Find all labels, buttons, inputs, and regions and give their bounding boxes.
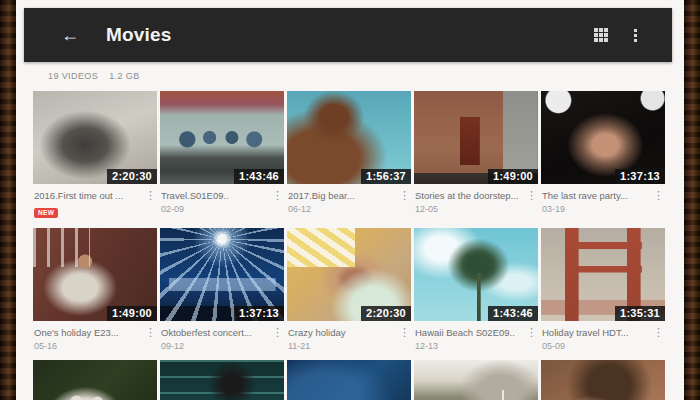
back-icon[interactable]: ← (58, 26, 82, 44)
video-thumbnail[interactable] (414, 360, 538, 400)
video-grid: 2:20:30 2016.First time out ... NEW ⋮ 1:… (33, 91, 667, 400)
overflow-menu-icon[interactable] (628, 29, 642, 42)
video-title: Hawaii Beach S02E09.. (415, 327, 526, 338)
folder-stats: 19 VIDEOS 1.2 GB (33, 71, 667, 81)
duration-badge: 1:43:46 (234, 169, 284, 184)
video-caption: 2017.Big bear... 06-12 ⋮ (287, 184, 411, 223)
video-caption: Oktoberfest concert... 09-12 ⋮ (160, 321, 284, 360)
video-title: Oktoberfest concert... (161, 327, 272, 338)
video-card[interactable]: 1:49:00 One's holiday E23... 05-16 ⋮ (33, 228, 157, 360)
duration-badge: 1:37:13 (615, 169, 665, 184)
item-menu-icon[interactable]: ⋮ (526, 190, 536, 201)
video-caption: The last rave party... 03-19 ⋮ (541, 184, 665, 223)
video-thumbnail[interactable] (160, 360, 284, 400)
video-thumbnail[interactable] (33, 360, 157, 400)
video-date: 05-16 (34, 341, 145, 351)
item-menu-icon[interactable]: ⋮ (272, 190, 282, 201)
video-thumbnail[interactable]: 1:43:46 (414, 228, 538, 321)
video-card[interactable]: 1:43:46 Travel.S01E09.. 02-09 ⋮ (160, 91, 284, 228)
duration-badge: 2:20:30 (107, 169, 157, 184)
video-date: 12-13 (415, 341, 526, 351)
duration-badge: 2:20:30 (361, 306, 411, 321)
video-caption: One's holiday E23... 05-16 ⋮ (33, 321, 157, 360)
item-menu-icon[interactable]: ⋮ (653, 190, 663, 201)
video-title: Stories at the doorstep... (415, 190, 526, 201)
video-card[interactable]: 1:56:37 2017.Big bear... 06-12 ⋮ (287, 91, 411, 228)
video-card[interactable]: 1:35:31 Holiday travel HDT... 05-09 ⋮ (541, 228, 665, 360)
duration-badge: 1:49:00 (488, 169, 538, 184)
video-thumbnail[interactable]: 1:49:00 (414, 91, 538, 184)
video-date: 05-09 (542, 341, 653, 351)
duration-badge: 1:37:13 (234, 306, 284, 321)
video-date: 09-12 (161, 341, 272, 351)
video-title: The last rave party... (542, 190, 653, 201)
video-thumbnail[interactable]: 2:20:30 (287, 228, 411, 321)
duration-badge: 1:56:37 (361, 169, 411, 184)
video-date: 11-21 (288, 341, 399, 351)
duration-badge: 1:35:31 (615, 306, 665, 321)
item-menu-icon[interactable]: ⋮ (399, 190, 409, 201)
duration-badge: 1:49:00 (107, 306, 157, 321)
video-thumbnail[interactable]: 1:56:37 (287, 91, 411, 184)
video-caption: 2016.First time out ... NEW ⋮ (33, 184, 157, 228)
video-date: 02-09 (161, 204, 272, 214)
video-caption: Hawaii Beach S02E09.. 12-13 ⋮ (414, 321, 538, 360)
new-badge: NEW (34, 208, 58, 218)
video-thumbnail[interactable]: 1:37:13 (541, 91, 665, 184)
screen: ← Movies 19 VIDEOS 1.2 GB 2:20:30 2016.F… (16, 0, 684, 400)
video-card[interactable]: 1:37:13 The last rave party... 03-19 ⋮ (541, 91, 665, 228)
photo-frame-left (0, 0, 16, 400)
video-thumbnail[interactable]: 2:20:30 (33, 91, 157, 184)
video-caption: Stories at the doorstep... 12-05 ⋮ (414, 184, 538, 223)
video-card[interactable] (541, 360, 665, 400)
video-title: One's holiday E23... (34, 327, 145, 338)
video-date: 06-12 (288, 204, 399, 214)
item-menu-icon[interactable]: ⋮ (145, 190, 155, 201)
video-thumbnail[interactable]: 1:35:31 (541, 228, 665, 321)
item-menu-icon[interactable]: ⋮ (145, 327, 155, 338)
video-title: Travel.S01E09.. (161, 190, 272, 201)
video-title: Holiday travel HDT... (542, 327, 653, 338)
video-card[interactable]: 2:20:30 2016.First time out ... NEW ⋮ (33, 91, 157, 228)
video-card[interactable]: 1:49:00 Stories at the doorstep... 12-05… (414, 91, 538, 228)
video-date: 12-05 (415, 204, 526, 214)
page-title: Movies (106, 24, 172, 46)
grid-view-icon[interactable] (594, 28, 608, 42)
video-card[interactable]: 1:43:46 Hawaii Beach S02E09.. 12-13 ⋮ (414, 228, 538, 360)
video-card[interactable] (33, 360, 157, 400)
video-card[interactable] (414, 360, 538, 400)
video-thumbnail[interactable]: 1:37:13 (160, 228, 284, 321)
video-card[interactable] (160, 360, 284, 400)
video-caption: Travel.S01E09.. 02-09 ⋮ (160, 184, 284, 223)
item-menu-icon[interactable]: ⋮ (526, 327, 536, 338)
video-card[interactable] (287, 360, 411, 400)
video-title: Crazy holiday (288, 327, 399, 338)
video-card[interactable]: 2:20:30 Crazy holiday 11-21 ⋮ (287, 228, 411, 360)
video-date: 03-19 (542, 204, 653, 214)
video-thumbnail[interactable] (541, 360, 665, 400)
app-bar: ← Movies (24, 8, 672, 62)
video-title: 2017.Big bear... (288, 190, 399, 201)
item-menu-icon[interactable]: ⋮ (399, 327, 409, 338)
video-card[interactable]: 1:37:13 Oktoberfest concert... 09-12 ⋮ (160, 228, 284, 360)
video-count: 19 VIDEOS (48, 71, 98, 81)
video-caption: Crazy holiday 11-21 ⋮ (287, 321, 411, 360)
item-menu-icon[interactable]: ⋮ (272, 327, 282, 338)
video-thumbnail[interactable]: 1:49:00 (33, 228, 157, 321)
photo-frame-right (684, 0, 700, 400)
video-caption: Holiday travel HDT... 05-09 ⋮ (541, 321, 665, 360)
video-thumbnail[interactable] (287, 360, 411, 400)
duration-badge: 1:43:46 (488, 306, 538, 321)
item-menu-icon[interactable]: ⋮ (653, 327, 663, 338)
total-size: 1.2 GB (109, 71, 139, 81)
video-title: 2016.First time out ... (34, 190, 145, 201)
video-thumbnail[interactable]: 1:43:46 (160, 91, 284, 184)
